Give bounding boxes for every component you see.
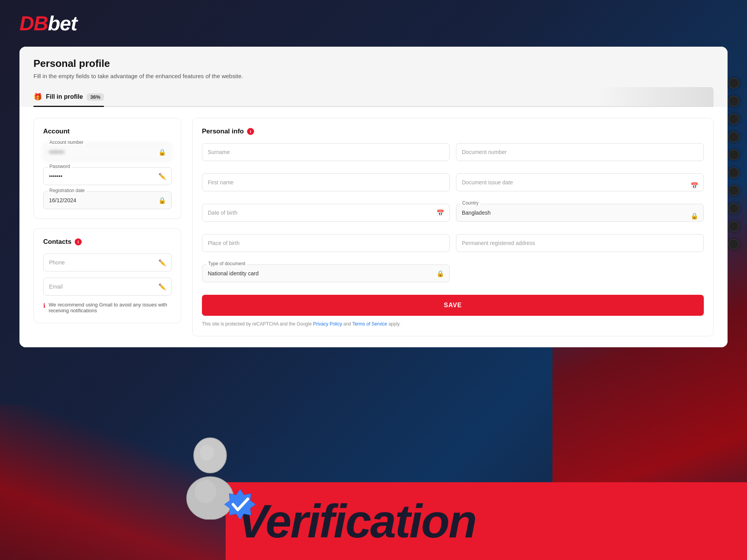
save-button[interactable]: SAVE: [202, 295, 704, 316]
tab-label: Fill in profile: [46, 93, 83, 100]
page-subtitle: Fill in the empty fields to take advanta…: [33, 73, 714, 79]
reg-date-input: [43, 191, 172, 209]
gmail-notice: ℹ We recommend using Gmail to avoid any …: [43, 302, 172, 313]
account-number-label: Account number: [48, 140, 85, 145]
document-issue-date-input[interactable]: [456, 173, 704, 191]
phone-input[interactable]: [43, 254, 172, 271]
notice-icon: ℹ: [43, 302, 46, 309]
surname-field: [202, 143, 450, 161]
email-field: ✏️: [43, 278, 172, 296]
account-number-field: Account number 🔒: [43, 143, 172, 161]
permanent-address-input[interactable]: [456, 234, 704, 252]
svg-marker-4: [224, 489, 256, 520]
form-row-5: Type of document 🔒: [202, 264, 704, 289]
header: DB bet: [0, 0, 747, 47]
password-label: Password: [48, 164, 72, 169]
tab-decoration: [597, 87, 714, 106]
terms-link[interactable]: Terms of Service: [352, 321, 387, 327]
page-header: Personal profile Fill in the empty field…: [19, 47, 728, 107]
privacy-policy-link[interactable]: Privacy Policy: [313, 321, 342, 327]
logo[interactable]: DB bet: [19, 12, 77, 35]
email-input[interactable]: [43, 278, 172, 296]
logo-db: DB: [19, 12, 48, 35]
document-number-field: [456, 143, 704, 167]
edit-icon-email[interactable]: ✏️: [158, 283, 166, 290]
right-column: Personal info i: [192, 118, 714, 336]
first-name-input[interactable]: [202, 173, 450, 191]
place-of-birth-input[interactable]: [202, 234, 450, 252]
contacts-info-icon: i: [75, 238, 82, 245]
form-row-3: 📅 Country 🔒: [202, 204, 704, 228]
badge-svg: [224, 487, 257, 520]
first-name-field: [202, 173, 450, 191]
document-issue-date-field: 📅: [456, 173, 704, 198]
date-of-birth-field: 📅: [202, 204, 450, 222]
calendar-icon-issue[interactable]: 📅: [691, 182, 698, 189]
verification-banner: Verification: [226, 482, 747, 560]
password-input[interactable]: [43, 167, 172, 185]
verification-text: Verification: [237, 494, 476, 548]
recaptcha-notice: This site is protected by reCAPTCHA and …: [202, 321, 704, 327]
main-container: Personal profile Fill in the empty field…: [19, 47, 728, 347]
contacts-section: Contacts i ✏️ ✏️ ℹ We recommend using Gm…: [33, 228, 181, 323]
bottom-overlay: Verification: [0, 428, 747, 560]
date-of-birth-input[interactable]: [202, 204, 450, 222]
document-number-input[interactable]: [456, 143, 704, 161]
form-row-2: 📅: [202, 173, 704, 198]
personal-info-title: Personal info i: [202, 128, 704, 135]
verification-badge: [224, 487, 257, 522]
account-number-input[interactable]: [43, 143, 172, 161]
notice-text: We recommend using Gmail to avoid any is…: [49, 302, 172, 313]
permanent-address-field: [456, 234, 704, 258]
fill-in-profile-tab[interactable]: 🎁 Fill in profile 36%: [33, 87, 104, 107]
account-section-title: Account: [43, 128, 172, 135]
surname-input[interactable]: [202, 143, 450, 161]
svg-point-3: [195, 480, 216, 503]
gift-icon: 🎁: [33, 93, 42, 101]
form-row-1: [202, 143, 704, 167]
personal-info-icon: i: [247, 128, 254, 135]
lock-icon: 🔒: [158, 149, 166, 156]
lock-icon-doc: 🔒: [437, 270, 444, 277]
lock-icon-2: 🔒: [158, 197, 166, 204]
content-area: Account Account number 🔒 Password ✏️ Reg…: [19, 107, 728, 347]
contacts-section-title: Contacts i: [43, 238, 172, 246]
svg-point-1: [200, 445, 214, 460]
country-input: [456, 204, 704, 222]
type-of-document-label: Type of document: [207, 261, 247, 266]
password-field: Password ✏️: [43, 167, 172, 185]
country-label: Country: [461, 200, 480, 206]
place-of-birth-field: [202, 234, 450, 252]
left-column: Account Account number 🔒 Password ✏️ Reg…: [33, 118, 181, 336]
logo-bet: bet: [48, 12, 77, 35]
tab-bar: 🎁 Fill in profile 36%: [33, 87, 714, 107]
calendar-icon-dob[interactable]: 📅: [437, 209, 444, 217]
decorative-dots: [728, 78, 739, 250]
reg-date-field: Registration date 🔒: [43, 191, 172, 209]
form-row-4: [202, 234, 704, 258]
account-section: Account Account number 🔒 Password ✏️ Reg…: [33, 118, 181, 219]
progress-badge: 36%: [87, 93, 104, 101]
country-field: Country 🔒: [456, 204, 704, 228]
edit-icon[interactable]: ✏️: [158, 173, 166, 180]
type-of-document-input: [202, 264, 450, 282]
type-of-document-field: Type of document 🔒: [202, 264, 450, 282]
reg-date-label: Registration date: [48, 188, 86, 193]
page-title: Personal profile: [33, 58, 714, 70]
personal-info-section: Personal info i: [192, 118, 714, 336]
phone-field: ✏️: [43, 254, 172, 271]
lock-icon-country: 🔒: [691, 212, 698, 220]
edit-icon-phone[interactable]: ✏️: [158, 259, 166, 266]
